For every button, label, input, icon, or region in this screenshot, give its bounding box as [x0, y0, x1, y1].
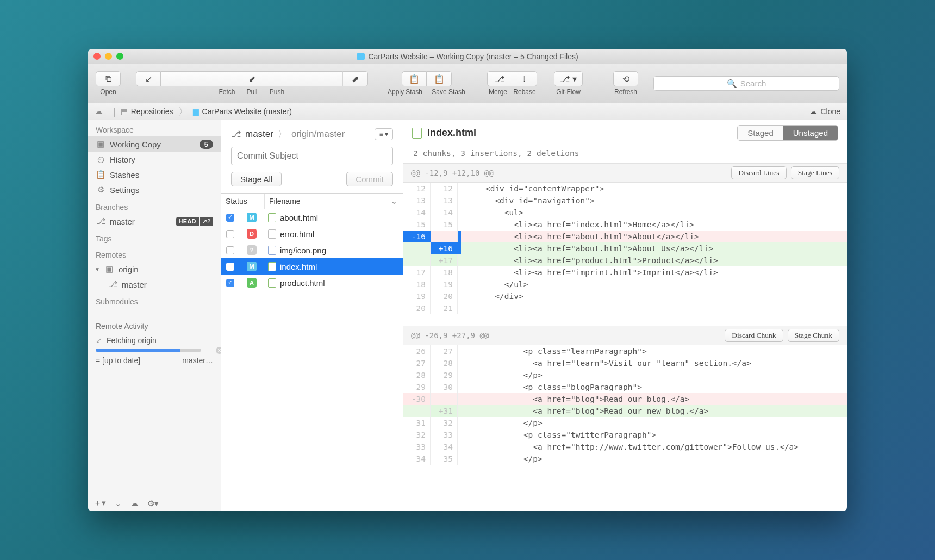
sidebar-section-branches: Branches	[88, 197, 221, 214]
diff-line[interactable]: 1515 <li><a href="index.html">Home</a></…	[403, 219, 847, 231]
sidebar-item-working-copy[interactable]: ▣ Working Copy 5	[88, 136, 221, 152]
stage-checkbox[interactable]	[226, 263, 234, 271]
folder-icon: ▣	[96, 139, 105, 149]
hunk-2-code[interactable]: 2627 <p class="learnParagraph">2728 <a h…	[403, 345, 847, 465]
terminal-icon[interactable]: ⌄	[115, 499, 122, 508]
sidebar-item-stashes[interactable]: 📋 Stashes	[88, 167, 221, 182]
file-row[interactable]: Mabout.html	[221, 209, 403, 226]
fetch-button[interactable]: ↙	[136, 71, 161, 86]
sidebar-remote-origin[interactable]: ▼ ▣ origin	[88, 262, 221, 277]
push-button[interactable]: ⬈	[343, 71, 368, 86]
stage-checkbox[interactable]	[226, 279, 234, 287]
diff-line[interactable]: 1313 <div id="navigation">	[403, 195, 847, 207]
stage-all-button[interactable]: Stage All	[231, 172, 282, 186]
sidebar-remote-branch-master[interactable]: ⎇ master	[88, 277, 221, 292]
cloud-icon[interactable]: ☁	[130, 499, 139, 508]
app-window: CarParts Website – Working Copy (master …	[88, 49, 847, 511]
discard-chunk-button[interactable]: Discard Chunk	[725, 329, 783, 342]
diff-line[interactable]: +31 <a href="blog">Read our new blog.</a…	[403, 405, 847, 417]
commit-subject-input[interactable]	[231, 147, 393, 165]
diff-line[interactable]: 2728 <a href="learn">Visit our "learn" s…	[403, 357, 847, 369]
commit-button[interactable]: Commit	[346, 172, 393, 186]
toolbar: ⧉ Open ↙ ⬋ ⬈ Fetch Pull Push 📋 📋 Apply S…	[88, 64, 847, 103]
column-header-status[interactable]: Status	[221, 194, 265, 209]
changes-count-badge: 5	[200, 140, 213, 149]
column-header-filename[interactable]: Filename ⌄	[265, 194, 403, 209]
breadcrumb-repositories[interactable]: Repositories	[131, 107, 173, 116]
diff-line[interactable]: 2021	[403, 302, 847, 314]
file-name: error.html	[279, 229, 398, 239]
file-status-badge: M	[247, 262, 257, 271]
diff-line[interactable]: 1718 <li><a href="imprint.html">Imprint<…	[403, 266, 847, 278]
diff-line[interactable]: +17 <li><a href="product.html">Product</…	[403, 254, 847, 266]
sidebar: Workspace ▣ Working Copy 5 ◴ History 📋 S…	[88, 120, 221, 511]
merge-button[interactable]: ⎇	[487, 71, 512, 86]
search-input[interactable]: 🔍 Search	[653, 76, 839, 91]
diff-line[interactable]: 2829 </p>	[403, 369, 847, 381]
staged-files-table: Status Filename ⌄ Mabout.htmlDerror.html…	[221, 193, 403, 291]
diff-line[interactable]: 2930 <p class="blogParagraph">	[403, 381, 847, 393]
diff-line[interactable]: 1920 </div>	[403, 290, 847, 302]
unstaged-tab[interactable]: Unstaged	[783, 126, 838, 140]
stage-chunk-button[interactable]: Stage Chunk	[788, 329, 839, 342]
stage-lines-button[interactable]: Stage Lines	[791, 166, 839, 179]
diff-line[interactable]: 1414 <ul>	[403, 207, 847, 219]
discard-lines-button[interactable]: Discard Lines	[731, 166, 786, 179]
file-status-badge: M	[247, 213, 257, 222]
file-row[interactable]: Aproduct.html	[221, 275, 403, 291]
sidebar-item-settings[interactable]: ⚙ Settings	[88, 182, 221, 197]
cancel-fetch-button[interactable]: ✕	[216, 347, 221, 354]
file-row[interactable]: Derror.html	[221, 226, 403, 242]
file-type-icon	[268, 229, 276, 239]
diff-line[interactable]: 1212 <div id="contentWrapper">	[403, 183, 847, 195]
add-menu-button[interactable]: ＋▾	[94, 498, 106, 508]
save-stash-button[interactable]: 📋	[427, 71, 452, 86]
diff-line[interactable]: 3334 <a href="http://www.twitter.com/git…	[403, 441, 847, 453]
sidebar-branch-master[interactable]: ⎇ master HEAD ↗2	[88, 214, 221, 229]
diff-line[interactable]: 1819 </ul>	[403, 278, 847, 290]
sidebar-item-history[interactable]: ◴ History	[88, 152, 221, 167]
zoom-window-button[interactable]	[116, 53, 123, 60]
refresh-label: Refresh	[614, 88, 637, 96]
save-stash-label: Save Stash	[427, 88, 470, 96]
hunk-1-header: @@ -12,9 +12,10 @@ Discard Lines Stage L…	[403, 164, 847, 183]
breadcrumb-repo[interactable]: CarParts Website (master)	[202, 107, 292, 116]
diff-line[interactable]: 3233 <p class="twitterParagraph">	[403, 429, 847, 441]
disclosure-triangle-icon[interactable]: ▼	[95, 266, 100, 272]
main: Workspace ▣ Working Copy 5 ◴ History 📋 S…	[88, 120, 847, 511]
merge-label: Merge	[485, 88, 510, 96]
sidebar-item-label: Working Copy	[110, 140, 161, 149]
current-branch[interactable]: master	[245, 129, 273, 140]
cloud-icon[interactable]: ☁	[95, 107, 103, 116]
file-row[interactable]: Mindex.html	[221, 258, 403, 275]
apply-stash-button[interactable]: 📋	[402, 71, 427, 86]
gear-menu-button[interactable]: ⚙▾	[147, 499, 159, 508]
fetch-label: Fetch	[215, 88, 240, 96]
gitflow-button[interactable]: ⎇ ▾	[554, 71, 583, 86]
staged-tab[interactable]: Staged	[738, 126, 783, 140]
hunk-1-code[interactable]: 1212 <div id="contentWrapper">1313 <div …	[403, 183, 847, 314]
close-window-button[interactable]	[94, 53, 101, 60]
rebase-button[interactable]: ⁝	[512, 71, 537, 86]
diff-line[interactable]: -30 <a href="blog">Read our blog.</a>	[403, 393, 847, 405]
stage-checkbox[interactable]	[226, 246, 234, 254]
clock-icon: ◴	[96, 154, 105, 164]
diff-line[interactable]: -16 <li><a href="about.html">About</a></…	[403, 231, 847, 242]
open-button[interactable]: ⧉	[96, 71, 121, 86]
gitflow-label: Git-Flow	[556, 88, 581, 96]
view-menu-button[interactable]: ≡ ▾	[375, 128, 393, 140]
diff-line[interactable]: 3435 </p>	[403, 453, 847, 465]
minimize-window-button[interactable]	[105, 53, 112, 60]
stage-checkbox[interactable]	[226, 214, 234, 222]
refresh-button[interactable]: ⟲	[613, 71, 638, 86]
pull-button[interactable]: ⬋	[161, 71, 343, 86]
tracking-branch[interactable]: origin/master	[291, 129, 345, 140]
diff-line[interactable]: +16 <li><a href="about.html">About Us</a…	[403, 242, 847, 254]
file-row[interactable]: ?img/icon.png	[221, 242, 403, 258]
file-list-pane: ⎇ master 〉 origin/master ≡ ▾ Stage All C…	[221, 120, 403, 511]
diff-line[interactable]: 3132 </p>	[403, 417, 847, 429]
branch-icon: ⎇	[108, 279, 117, 289]
stage-checkbox[interactable]	[226, 230, 234, 238]
clone-button[interactable]: Clone	[820, 107, 840, 116]
diff-line[interactable]: 2627 <p class="learnParagraph">	[403, 345, 847, 357]
